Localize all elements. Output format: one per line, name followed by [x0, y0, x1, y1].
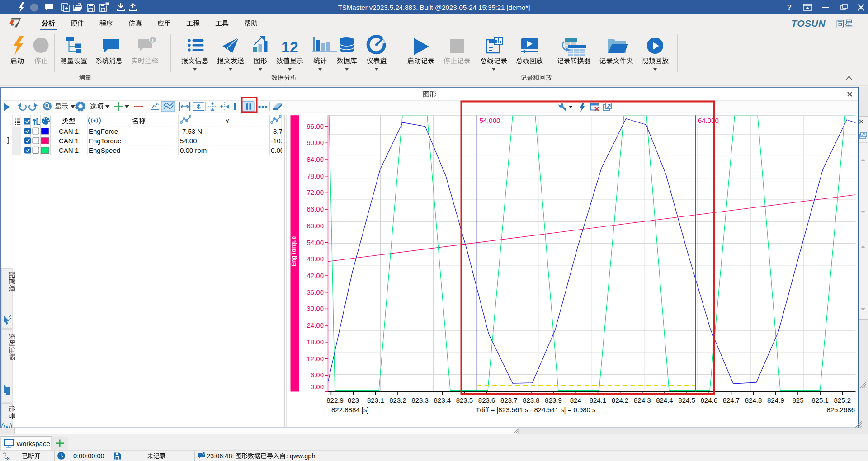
- svg-text:824.8: 824.8: [745, 396, 762, 404]
- svg-text:824.4: 824.4: [656, 396, 673, 404]
- svg-text:TSMaster v2023.5.24.883. Built: TSMaster v2023.5.24.883. Built @2023-05-…: [338, 4, 530, 11]
- svg-text:822.9: 822.9: [326, 396, 344, 404]
- svg-text:823.8: 823.8: [523, 396, 540, 404]
- svg-text:0.00 rpm: 0.00 rpm: [180, 146, 207, 154]
- svg-text:825.2: 825.2: [834, 396, 851, 404]
- svg-text:EngForce: EngForce: [89, 127, 118, 135]
- svg-text:823.2: 823.2: [389, 396, 406, 404]
- svg-text:18.00: 18.00: [307, 338, 324, 346]
- svg-text:6.00: 6.00: [311, 371, 324, 379]
- svg-text:824.6: 824.6: [701, 396, 718, 404]
- svg-text:824.9: 824.9: [767, 396, 784, 404]
- svg-text:64.000: 64.000: [698, 117, 719, 124]
- svg-text:825: 825: [792, 396, 803, 404]
- svg-text:54.00: 54.00: [180, 137, 197, 145]
- svg-text:TOSUN: TOSUN: [791, 18, 826, 28]
- svg-text:823.6: 823.6: [478, 396, 495, 404]
- svg-text:12.00: 12.00: [307, 355, 324, 362]
- svg-text:824.7: 824.7: [723, 396, 740, 404]
- svg-text:54.000: 54.000: [480, 117, 500, 124]
- svg-text:CAN 1: CAN 1: [59, 137, 79, 145]
- svg-text:824.2: 824.2: [612, 396, 629, 404]
- svg-text:Workspace: Workspace: [16, 440, 50, 447]
- svg-text:823.3: 823.3: [411, 396, 429, 404]
- svg-text:78.00: 78.00: [307, 172, 324, 180]
- svg-text:Tdiff = |823.561 s - 824.541 s: Tdiff = |823.561 s - 824.541 s| = 0.980 …: [476, 406, 595, 414]
- svg-text:30.00: 30.00: [307, 305, 324, 312]
- svg-text:0:00:00:00: 0:00:00:00: [73, 452, 104, 460]
- svg-text:60.00: 60.00: [307, 222, 324, 230]
- svg-text:72.00: 72.00: [307, 188, 324, 196]
- svg-text:EngTorque: EngTorque: [89, 137, 122, 145]
- svg-text:12: 12: [281, 38, 298, 56]
- svg-text:823.5: 823.5: [456, 396, 473, 404]
- svg-text:54.00: 54.00: [307, 239, 324, 246]
- svg-text:823.1: 823.1: [367, 396, 384, 404]
- svg-text:824.3: 824.3: [634, 396, 651, 404]
- svg-text:: qww.gph: : qww.gph: [286, 452, 316, 460]
- svg-text:66.00: 66.00: [307, 205, 324, 213]
- svg-text:23:06:48:: 23:06:48:: [207, 452, 234, 460]
- svg-text:i: i: [152, 37, 154, 43]
- svg-text:EngTorque: EngTorque: [290, 236, 297, 267]
- svg-text:42.00: 42.00: [307, 272, 324, 279]
- svg-text:823: 823: [348, 396, 359, 404]
- svg-text:-10.: -10.: [271, 137, 283, 145]
- svg-text:96.00: 96.00: [307, 122, 324, 130]
- svg-text:824.1: 824.1: [590, 396, 607, 404]
- svg-text:EngSpeed: EngSpeed: [89, 146, 120, 154]
- svg-text:823.4: 823.4: [434, 396, 451, 404]
- svg-text:CAN 1: CAN 1: [59, 127, 79, 135]
- svg-text:822.8884 [s]: 822.8884 [s]: [331, 406, 369, 414]
- svg-text:825.2686: 825.2686: [826, 406, 855, 414]
- svg-text:825.1: 825.1: [811, 396, 829, 404]
- svg-text:824.5: 824.5: [678, 396, 695, 404]
- svg-text:0.00: 0.00: [311, 383, 324, 390]
- svg-text:48.00: 48.00: [307, 255, 324, 263]
- svg-text:824: 824: [570, 396, 581, 404]
- svg-text:823.9: 823.9: [545, 396, 562, 404]
- svg-text:84.00: 84.00: [307, 155, 324, 163]
- svg-text:823.7: 823.7: [500, 396, 518, 404]
- svg-text:24.00: 24.00: [307, 321, 324, 329]
- svg-text:36.00: 36.00: [307, 288, 324, 296]
- svg-text:CAN 1: CAN 1: [59, 146, 79, 154]
- svg-text:Y: Y: [225, 117, 230, 125]
- svg-text:?: ?: [787, 4, 792, 11]
- svg-text:-3.7: -3.7: [271, 127, 283, 135]
- svg-text:90.00: 90.00: [307, 139, 324, 146]
- svg-text:-7.53 N: -7.53 N: [180, 127, 202, 135]
